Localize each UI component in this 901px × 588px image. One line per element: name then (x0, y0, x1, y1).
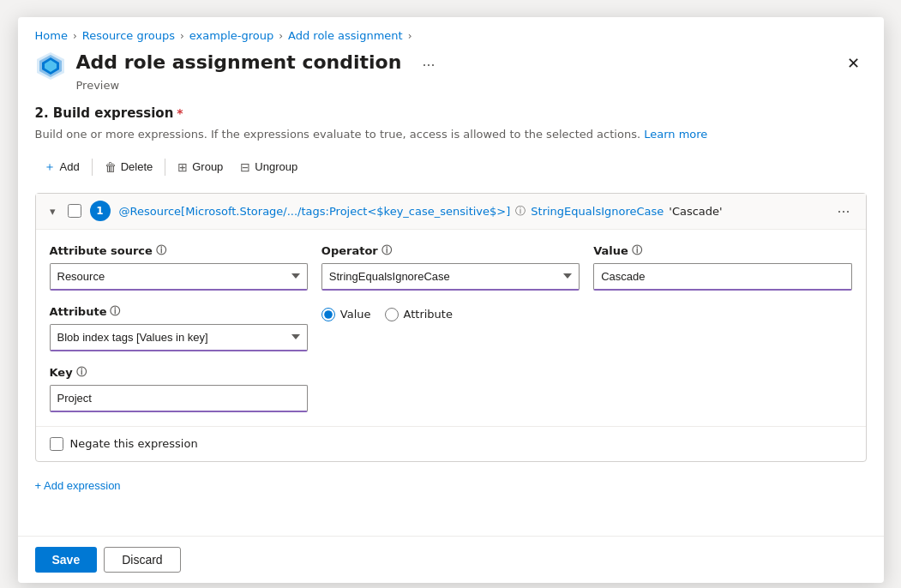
expression-value-summary: 'Cascade' (669, 205, 722, 218)
ungroup-icon: ⊟ (240, 160, 250, 174)
info-icon-value: ⓘ (632, 243, 642, 258)
add-expression-button[interactable]: + Add expression (35, 472, 121, 499)
attribute-source-label: Attribute source ⓘ (50, 243, 308, 258)
modal-container: Home › Resource groups › example-group ›… (18, 17, 884, 583)
radio-attribute-input[interactable] (385, 308, 399, 321)
radio-attribute-option[interactable]: Attribute (385, 308, 453, 321)
attribute-group: Attribute ⓘ Blob index tags [Values in k… (50, 304, 308, 351)
info-icon-key: ⓘ (76, 365, 87, 380)
breadcrumb-sep-1: › (73, 30, 77, 42)
radio-attribute-label: Attribute (404, 308, 453, 321)
form-right-col: Value ⓘ (593, 243, 851, 412)
radio-value-input[interactable] (321, 308, 335, 321)
breadcrumb-sep-4: › (408, 30, 412, 42)
save-button[interactable]: Save (35, 547, 98, 573)
negate-section: Negate this expression (36, 427, 866, 461)
expression-more-button[interactable]: ··· (832, 201, 855, 222)
info-icon-attribute: ⓘ (110, 304, 120, 319)
section-title: 2. Build expression * (35, 105, 867, 121)
breadcrumb-add-role[interactable]: Add role assignment (288, 29, 403, 42)
breadcrumb-sep-2: › (180, 30, 184, 42)
required-indicator: * (177, 106, 183, 120)
negate-checkbox[interactable] (50, 437, 63, 451)
expression-block: ▾ 1 @Resource[Microsoft.Storage/.../tags… (35, 193, 867, 462)
toolbar-divider-2 (165, 159, 165, 176)
operator-label: Operator ⓘ (321, 243, 580, 258)
expression-header: ▾ 1 @Resource[Microsoft.Storage/.../tags… (36, 194, 866, 230)
info-icon-resource: ⓘ (515, 204, 526, 219)
modal-header: Add role assignment condition ··· Previe… (18, 49, 884, 92)
radio-group: Value Attribute (321, 308, 580, 321)
key-group: Key ⓘ (50, 365, 308, 412)
expression-checkbox[interactable] (68, 204, 81, 218)
modal-title-block: Add role assignment condition ··· Previe… (76, 49, 840, 92)
info-icon-attr-source: ⓘ (156, 243, 166, 258)
expression-number: 1 (90, 201, 111, 221)
section-description: Build one or more expressions. If the ex… (35, 126, 867, 143)
attribute-source-group: Attribute source ⓘ Resource Principal En… (50, 243, 308, 291)
learn-more-link[interactable]: Learn more (644, 128, 707, 141)
value-group: Value ⓘ (593, 243, 851, 291)
modal-content: 2. Build expression * Build one or more … (18, 92, 884, 536)
negate-label: Negate this expression (70, 437, 198, 450)
trash-icon: 🗑 (105, 160, 117, 174)
breadcrumb: Home › Resource groups › example-group ›… (18, 17, 884, 49)
info-icon-operator: ⓘ (381, 243, 392, 258)
toolbar-divider-1 (92, 159, 93, 176)
delete-button[interactable]: 🗑 Delete (96, 156, 162, 178)
radio-value-option[interactable]: Value (321, 308, 371, 321)
operator-group: Operator ⓘ StringEqualsIgnoreCase String… (321, 243, 580, 291)
key-input[interactable] (50, 385, 308, 412)
value-input[interactable] (593, 263, 851, 291)
attribute-select[interactable]: Blob index tags [Values in key] Blob ind… (50, 324, 308, 351)
ungroup-button[interactable]: ⊟ Ungroup (231, 156, 306, 178)
breadcrumb-resource-groups[interactable]: Resource groups (82, 29, 175, 42)
discard-button[interactable]: Discard (104, 547, 180, 573)
group-button[interactable]: ⊞ Group (169, 156, 231, 178)
radio-value-label: Value (340, 308, 371, 321)
collapse-button[interactable]: ▾ (46, 203, 59, 219)
toolbar: ＋ Add 🗑 Delete ⊞ Group ⊟ Ungroup (35, 155, 867, 179)
modal-title: Add role assignment condition (76, 51, 402, 75)
value-label: Value ⓘ (593, 243, 851, 258)
expression-operator-summary: StringEqualsIgnoreCase (531, 205, 664, 218)
breadcrumb-sep-3: › (279, 30, 283, 42)
modal-footer: Save Discard (18, 536, 884, 583)
breadcrumb-example-group[interactable]: example-group (189, 29, 273, 42)
form-left-col: Attribute source ⓘ Resource Principal En… (50, 243, 308, 412)
attribute-label: Attribute ⓘ (50, 304, 308, 319)
expression-form: Attribute source ⓘ Resource Principal En… (36, 230, 866, 427)
modal-subtitle: Preview (76, 79, 840, 92)
modal-icon (35, 51, 66, 81)
operator-select[interactable]: StringEqualsIgnoreCase StringEquals Stri… (321, 263, 580, 291)
modal-menu-button[interactable]: ··· (415, 52, 441, 77)
attribute-source-select[interactable]: Resource Principal Environment Request (50, 263, 308, 291)
group-icon: ⊞ (177, 160, 188, 174)
add-button[interactable]: ＋ Add (35, 155, 88, 179)
form-middle-col: Operator ⓘ StringEqualsIgnoreCase String… (321, 243, 580, 412)
expression-resource: @Resource[Microsoft.Storage/.../tags:Pro… (119, 205, 511, 218)
expression-summary: @Resource[Microsoft.Storage/.../tags:Pro… (119, 204, 824, 219)
breadcrumb-home[interactable]: Home (35, 29, 68, 42)
key-label: Key ⓘ (50, 365, 308, 380)
plus-icon: ＋ (44, 159, 56, 175)
close-button[interactable]: ✕ (840, 51, 867, 76)
